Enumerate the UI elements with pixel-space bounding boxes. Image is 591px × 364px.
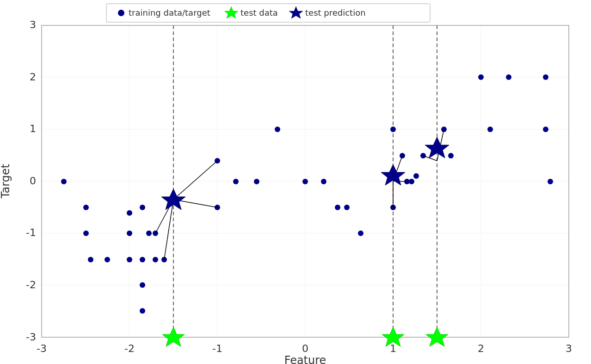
svg-point-55 [543, 127, 548, 132]
y-tick-label: 3 [30, 19, 36, 30]
svg-point-47 [413, 173, 419, 179]
y-tick-label: 1 [30, 123, 36, 134]
x-tick-label: -3 [37, 343, 47, 354]
svg-point-53 [506, 74, 511, 80]
svg-point-50 [448, 153, 454, 158]
y-tick-label: 0 [30, 175, 36, 187]
legend-training-icon [118, 10, 124, 16]
svg-point-40 [344, 205, 350, 210]
svg-point-38 [321, 179, 326, 184]
x-tick-label: 3 [566, 343, 572, 354]
x-tick-label: 0 [302, 343, 308, 354]
svg-point-24 [140, 205, 145, 210]
x-tick-label: 2 [478, 343, 484, 354]
svg-point-17 [83, 231, 89, 236]
y-tick-label: 2 [30, 71, 36, 83]
svg-point-56 [548, 179, 553, 184]
x-tick-label: -2 [124, 343, 135, 354]
svg-point-18 [83, 205, 89, 210]
x-tick-label: -1 [212, 343, 222, 354]
y-tick-label: -2 [26, 279, 36, 291]
svg-point-34 [233, 179, 239, 184]
x-tick-label: 1 [390, 343, 396, 354]
legend-test-prediction-label: test prediction [305, 8, 366, 18]
svg-point-19 [88, 257, 93, 262]
svg-point-21 [127, 231, 132, 236]
x-axis-label: Feature [284, 354, 326, 364]
svg-point-35 [254, 179, 259, 184]
svg-point-36 [275, 127, 280, 132]
svg-point-31 [140, 308, 145, 314]
svg-point-27 [146, 231, 152, 236]
legend-training-label: training data/target [129, 8, 210, 18]
svg-point-43 [390, 127, 396, 132]
legend-test-data-label: test data [240, 8, 278, 18]
svg-point-51 [478, 74, 484, 80]
svg-point-23 [127, 257, 132, 262]
chart-container: -3 -2 -1 0 1 2 3 -3 -2 -1 0 1 2 3 Featur… [0, 0, 591, 364]
svg-point-37 [302, 179, 308, 184]
svg-point-22 [127, 210, 132, 216]
y-tick-label: -1 [26, 227, 36, 238]
y-axis-label: Target [0, 164, 12, 199]
svg-point-26 [140, 257, 145, 262]
y-tick-label: -3 [26, 331, 36, 343]
svg-point-29 [153, 257, 158, 262]
svg-point-46 [409, 179, 414, 184]
svg-point-52 [487, 127, 493, 132]
svg-point-16 [61, 179, 67, 184]
svg-point-54 [543, 74, 548, 80]
svg-point-20 [105, 257, 110, 262]
svg-point-41 [358, 231, 363, 236]
svg-point-25 [140, 282, 145, 288]
svg-point-39 [335, 205, 340, 210]
